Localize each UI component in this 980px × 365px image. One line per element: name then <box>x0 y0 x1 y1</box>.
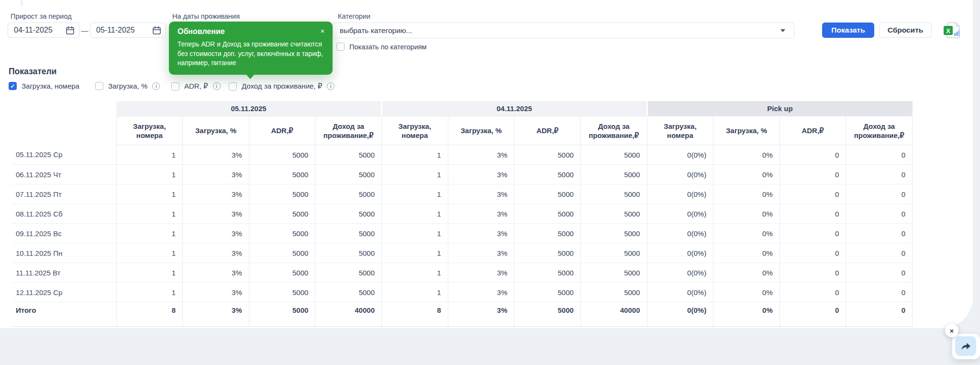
cell: 3% <box>448 204 514 224</box>
reset-button[interactable]: Сбросить <box>879 23 932 38</box>
cell: 1 <box>382 283 448 302</box>
column-header: ADR,₽ <box>514 116 581 145</box>
cell: 1 <box>116 204 183 224</box>
pickup-report-page: Прирост за период 04-11-2025 — 05-11-202… <box>0 0 980 365</box>
row-label: 09.11.2025 Вс <box>12 224 116 243</box>
cell: 5000 <box>249 165 315 184</box>
row-label: 06.11.2025 Чт <box>12 165 116 184</box>
date-range-separator: — <box>80 23 89 38</box>
column-group-row: 05.11.2025 04.11.2025 Pick up <box>12 101 913 116</box>
cell: 0 <box>846 224 913 243</box>
cell: 0 <box>846 243 913 263</box>
cell: 0 <box>846 204 913 224</box>
cell: 5000 <box>514 204 581 224</box>
metric-checkbox[interactable]: ✓ <box>9 82 17 90</box>
row-label: 07.11.2025 Пт <box>12 184 116 204</box>
close-widget-button[interactable]: × <box>945 324 958 337</box>
cell: 0 <box>846 263 913 283</box>
table-row: 10.11.2025 Пн 1 3% 5000 5000 1 3% 5000 5… <box>12 243 913 263</box>
cell: 3% <box>183 243 249 263</box>
column-header: Загрузка, % <box>448 116 514 145</box>
metric-checkbox[interactable] <box>171 82 179 91</box>
cell: 1 <box>116 243 183 263</box>
cell: 5000 <box>315 165 382 184</box>
cell: 5000 <box>580 184 647 204</box>
corner-cell <box>12 101 116 116</box>
cell: 5000 <box>249 145 315 165</box>
info-icon[interactable]: i <box>213 82 221 90</box>
row-label: 11.11.2025 Вт <box>12 263 116 283</box>
metric-checkbox[interactable] <box>95 82 103 90</box>
cell: 5000 <box>315 263 382 283</box>
show-by-categories-row: Показать по категориям <box>336 43 427 51</box>
total-cell: 0% <box>713 302 780 327</box>
cell: 5000 <box>315 145 382 165</box>
cell: 5000 <box>580 224 647 243</box>
cell: 5000 <box>315 224 382 243</box>
cell: 3% <box>448 145 514 165</box>
metric-zagruzka-percent: Загрузка, % i <box>95 82 160 90</box>
cell: 5000 <box>249 263 315 283</box>
cell: 0(0%) <box>647 263 713 283</box>
cell: 5000 <box>580 263 647 283</box>
total-label: Итого <box>12 302 116 327</box>
column-group-pickup: Pick up <box>647 101 913 116</box>
calendar-icon[interactable] <box>152 26 161 35</box>
column-header: ADR,₽ <box>249 116 315 145</box>
cell: 1 <box>382 165 448 184</box>
cell: 5000 <box>514 283 581 302</box>
cell: 0% <box>713 204 780 224</box>
total-cell: 40000 <box>315 302 382 327</box>
cell: 5000 <box>315 204 382 224</box>
table-row: 06.11.2025 Чт 1 3% 5000 5000 1 3% 5000 5… <box>12 165 913 184</box>
cell: 0% <box>713 224 780 243</box>
metric-checkbox[interactable] <box>229 82 237 91</box>
cell: 5000 <box>249 204 315 224</box>
share-button[interactable] <box>955 336 976 356</box>
cell: 1 <box>382 184 448 204</box>
category-select[interactable]: выбрать категорию... <box>333 23 794 38</box>
cell: 0 <box>846 283 913 302</box>
cell: 5000 <box>580 243 647 263</box>
cell: 1 <box>116 184 183 204</box>
cell: 1 <box>116 224 183 243</box>
show-button[interactable]: Показать <box>822 23 874 38</box>
cell: 0% <box>713 165 780 184</box>
cell: 0 <box>780 243 846 263</box>
info-icon[interactable]: i <box>327 82 334 90</box>
table-row: 11.11.2025 Вт 1 3% 5000 5000 1 3% 5000 5… <box>12 263 913 283</box>
cell: 0(0%) <box>647 165 713 184</box>
cell: 3% <box>183 145 249 165</box>
metric-label: Загрузка, % <box>108 82 147 90</box>
corner-cell <box>12 116 116 145</box>
excel-export-icon[interactable]: X <box>943 22 960 40</box>
cell: 5000 <box>580 165 647 184</box>
column-header: Доход за проживание,₽ <box>315 116 382 145</box>
show-by-categories-checkbox[interactable] <box>336 43 345 51</box>
caret-down-icon <box>780 29 785 32</box>
date-from-input[interactable]: 04-11-2025 <box>8 23 79 38</box>
total-cell: 3% <box>448 302 514 327</box>
show-by-categories-label: Показать по категориям <box>349 43 427 51</box>
cell: 0% <box>713 184 780 204</box>
date-to-input[interactable]: 05-11-2025 <box>90 23 166 38</box>
cell: 5000 <box>514 263 581 283</box>
close-icon[interactable]: × <box>318 26 327 35</box>
cell: 0 <box>846 145 913 165</box>
table-row: 08.11.2025 Сб 1 3% 5000 5000 1 3% 5000 5… <box>12 204 913 224</box>
table-total-row: Итого 8 3% 5000 40000 8 3% 5000 40000 0(… <box>12 302 913 327</box>
cell: 1 <box>382 224 448 243</box>
cell: 1 <box>382 145 448 165</box>
info-icon[interactable]: i <box>152 82 160 90</box>
row-label: 12.11.2025 Ср <box>12 283 116 302</box>
cell: 5000 <box>580 145 647 165</box>
metric-zagruzka-nomera: ✓ Загрузка, номера <box>9 82 79 90</box>
cell: 3% <box>183 165 249 184</box>
cell: 0% <box>713 243 780 263</box>
calendar-icon[interactable] <box>66 26 75 35</box>
cell: 3% <box>183 184 249 204</box>
metrics-heading: Показатели <box>9 67 56 77</box>
table-row: 09.11.2025 Вс 1 3% 5000 5000 1 3% 5000 5… <box>12 224 913 243</box>
metric-adr: ADR, ₽ i <box>171 82 221 91</box>
cell: 5000 <box>249 243 315 263</box>
